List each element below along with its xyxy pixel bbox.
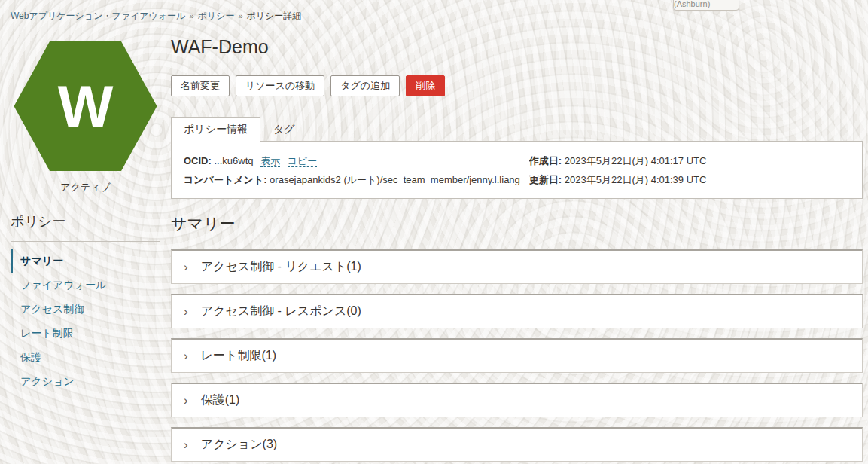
compartment-label: コンパートメント: bbox=[184, 174, 266, 185]
breadcrumb-link-waf[interactable]: Webアプリケーション・ファイアウォール bbox=[11, 11, 185, 21]
page-title: WAF-Demo bbox=[171, 36, 863, 58]
sidebar: ポリシー サマリー ファイアウォール アクセス制御 レート制限 保護 アクション bbox=[11, 212, 160, 394]
info-right-column: 作成日: 2023年5月22日(月) 4:01:17 UTC 更新日: 2023… bbox=[529, 151, 850, 189]
rename-button[interactable]: 名前変更 bbox=[171, 75, 230, 96]
created-value: 2023年5月22日(月) 4:01:17 UTC bbox=[565, 155, 707, 166]
chevron-right-icon: › bbox=[184, 350, 188, 362]
resource-initial: W bbox=[58, 77, 114, 136]
ocid-label: OCID: bbox=[184, 155, 212, 166]
created-row: 作成日: 2023年5月22日(月) 4:01:17 UTC bbox=[529, 151, 850, 170]
breadcrumb: Webアプリケーション・ファイアウォール»ポリシー»ポリシー詳細 bbox=[11, 10, 301, 23]
sidebar-item-summary[interactable]: サマリー bbox=[11, 249, 160, 273]
sidebar-title: ポリシー bbox=[11, 212, 160, 230]
tab-tags[interactable]: タグ bbox=[260, 117, 308, 141]
sidebar-item-access-control[interactable]: アクセス制御 bbox=[11, 298, 160, 322]
main-content: WAF-Demo 名前変更 リソースの移動 タグの追加 削除 ポリシー情報 タグ… bbox=[171, 30, 863, 464]
chevron-right-icon: › bbox=[184, 394, 188, 407]
policy-information-panel: OCID: ...ku6wtq 表示 コピー コンパートメント: oraseja… bbox=[171, 141, 863, 199]
breadcrumb-separator: » bbox=[238, 11, 242, 20]
summary-section-title: サマリー bbox=[171, 213, 863, 234]
compartment-row: コンパートメント: orasejapankids2 (ルート)/sec_team… bbox=[184, 170, 520, 189]
accordion-rate-limiting[interactable]: › レート制限(1) bbox=[171, 338, 863, 373]
accordion-label: アクセス制御 - レスポンス(0) bbox=[201, 304, 361, 319]
breadcrumb-link-policies[interactable]: ポリシー bbox=[198, 11, 235, 21]
add-tags-button[interactable]: タグの追加 bbox=[330, 75, 400, 96]
accordion-label: アクション(3) bbox=[201, 437, 277, 453]
compartment-value: orasejapankids2 (ルート)/sec_team_member/je… bbox=[270, 174, 520, 185]
delete-button[interactable]: 削除 bbox=[406, 75, 445, 96]
ocid-show-link[interactable]: 表示 bbox=[260, 155, 280, 167]
accordion-label: 保護(1) bbox=[201, 392, 240, 408]
status-badge: アクティブ bbox=[11, 181, 160, 194]
action-toolbar: 名前変更 リソースの移動 タグの追加 削除 bbox=[171, 75, 863, 96]
move-resource-button[interactable]: リソースの移動 bbox=[236, 75, 324, 96]
updated-value: 2023年5月22日(月) 4:01:39 UTC bbox=[565, 174, 707, 185]
sidebar-divider bbox=[11, 241, 160, 242]
accordion-label: アクセス制御 - リクエスト(1) bbox=[201, 259, 361, 275]
updated-row: 更新日: 2023年5月22日(月) 4:01:39 UTC bbox=[529, 170, 850, 189]
updated-label: 更新日: bbox=[529, 174, 562, 185]
resource-hexagon-icon: W bbox=[14, 41, 157, 171]
summary-accordion-list: › アクセス制御 - リクエスト(1) › アクセス制御 - レスポンス(0) … bbox=[171, 249, 863, 462]
detail-tabs: ポリシー情報 タグ bbox=[171, 117, 863, 141]
breadcrumb-separator: » bbox=[189, 11, 193, 20]
left-column: W アクティブ ポリシー サマリー ファイアウォール アクセス制御 レート制限 … bbox=[11, 30, 160, 464]
region-selector-label: US East (Ashburn) bbox=[674, 0, 739, 8]
accordion-access-control-request[interactable]: › アクセス制御 - リクエスト(1) bbox=[171, 249, 863, 284]
breadcrumb-current: ポリシー詳細 bbox=[247, 11, 302, 21]
accordion-actions[interactable]: › アクション(3) bbox=[171, 427, 863, 462]
created-label: 作成日: bbox=[529, 155, 562, 166]
accordion-label: レート制限(1) bbox=[201, 348, 276, 364]
sidebar-item-actions[interactable]: アクション bbox=[11, 370, 160, 394]
chevron-right-icon: › bbox=[184, 261, 188, 273]
ocid-row: OCID: ...ku6wtq 表示 コピー bbox=[184, 151, 520, 170]
sidebar-item-firewalls[interactable]: ファイアウォール bbox=[11, 273, 160, 298]
accordion-protections[interactable]: › 保護(1) bbox=[171, 383, 863, 417]
sidebar-item-rate-limiting[interactable]: レート制限 bbox=[11, 322, 160, 346]
info-left-column: OCID: ...ku6wtq 表示 コピー コンパートメント: oraseja… bbox=[184, 151, 520, 189]
chevron-right-icon: › bbox=[184, 305, 188, 318]
chevron-right-icon: › bbox=[184, 438, 188, 451]
page-layout: W アクティブ ポリシー サマリー ファイアウォール アクセス制御 レート制限 … bbox=[11, 30, 863, 464]
ocid-copy-link[interactable]: コピー bbox=[288, 155, 318, 167]
ocid-value: ...ku6wtq bbox=[214, 155, 253, 166]
accordion-access-control-response[interactable]: › アクセス制御 - レスポンス(0) bbox=[171, 294, 863, 328]
region-selector[interactable]: US East (Ashburn) bbox=[673, 0, 739, 11]
sidebar-item-protections[interactable]: 保護 bbox=[11, 346, 160, 370]
tab-policy-information[interactable]: ポリシー情報 bbox=[171, 117, 260, 142]
